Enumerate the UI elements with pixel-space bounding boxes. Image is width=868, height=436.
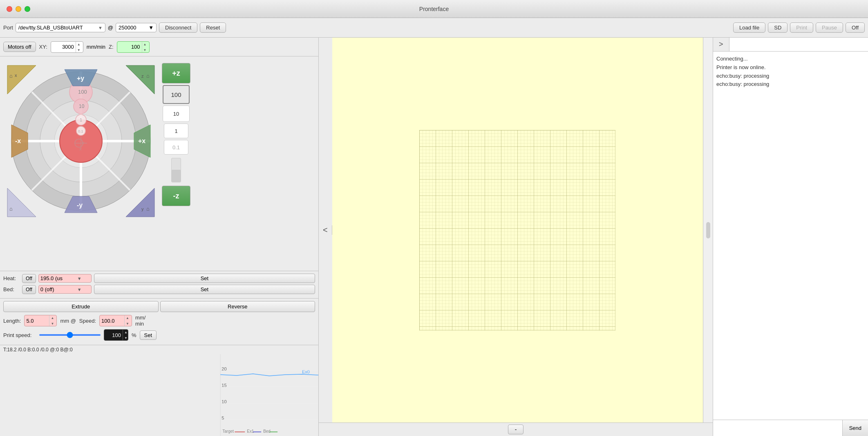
heat-set-button[interactable]: Set <box>94 274 315 283</box>
svg-text:Target: Target <box>222 429 234 434</box>
maximize-button[interactable] <box>25 6 30 12</box>
z-down-arrow[interactable]: ▼ <box>142 47 148 53</box>
svg-text:+y: +y <box>77 75 84 82</box>
heat-input[interactable] <box>40 275 77 281</box>
speed-input-container[interactable]: ▲ ▼ <box>99 315 132 326</box>
right-panel: > Connecting... Printer is now online. e… <box>713 38 868 436</box>
extrude-button[interactable]: Extrude <box>3 301 159 312</box>
viz-and-nav: < <box>319 38 713 423</box>
z-step-100[interactable]: 100 <box>163 85 190 104</box>
svg-text:Ex1: Ex1 <box>247 429 254 434</box>
length-input[interactable] <box>25 317 49 325</box>
viz-left-arrow[interactable]: < <box>319 225 332 235</box>
heat-off-button[interactable]: Off <box>22 274 36 283</box>
bed-input-container[interactable]: ▼ <box>38 285 92 294</box>
baud-select[interactable]: 250000 ▼ <box>116 23 157 32</box>
xy-up-arrow[interactable]: ▲ <box>76 42 82 47</box>
minimize-button[interactable] <box>16 6 21 12</box>
length-up-arrow[interactable]: ▲ <box>49 315 55 321</box>
temp-chart: 20 15 10 5 Ex0 Target Ex1 Bed <box>0 354 318 436</box>
viz-minus-button[interactable]: - <box>508 425 524 434</box>
print-speed-label: Print speed: <box>3 332 36 338</box>
svg-text:100: 100 <box>78 89 87 95</box>
z-slider[interactable] <box>171 158 181 182</box>
print-speed-arrows[interactable]: ▲ ▼ <box>123 330 129 340</box>
svg-marker-33 <box>126 65 154 94</box>
console-send-button[interactable]: Send <box>842 420 868 436</box>
bed-input[interactable] <box>40 286 77 292</box>
reverse-button[interactable]: Reverse <box>160 301 315 312</box>
xy-arrows[interactable]: ▲ ▼ <box>76 42 82 52</box>
z-minus-button[interactable]: -z <box>162 186 190 206</box>
speed-arrows[interactable]: ▲ ▼ <box>124 315 130 326</box>
print-speed-slider[interactable] <box>39 334 101 336</box>
z-step-01[interactable]: 0.1 <box>164 140 188 155</box>
load-file-button[interactable]: Load file <box>733 22 765 33</box>
z-label: Z: <box>109 44 114 50</box>
print-speed-set-button[interactable]: Set <box>140 330 157 340</box>
bed-dropdown-arrow[interactable]: ▼ <box>77 287 82 292</box>
viz-bottom-bar: - <box>319 423 713 436</box>
baud-value: 250000 <box>119 25 136 31</box>
length-down-arrow[interactable]: ▼ <box>49 321 55 327</box>
off-button[interactable]: Off <box>846 22 865 33</box>
viz-scroll-thumb[interactable] <box>706 222 710 238</box>
xy-spinbox[interactable]: 3000 ▲ ▼ <box>51 41 83 53</box>
print-button[interactable]: Print <box>790 22 813 33</box>
speed-input[interactable] <box>100 317 124 325</box>
z-step-1[interactable]: 1 <box>164 124 188 138</box>
svg-text:z: z <box>141 74 144 79</box>
viz-scrollbar[interactable] <box>703 38 713 423</box>
console-message-3: echo:busy: processing <box>716 73 769 79</box>
heat-dropdown-arrow[interactable]: ▼ <box>77 276 82 281</box>
status-bar: T:18.2 /0.0 B:0.0 /0.0 @:0 B@:0 <box>0 345 318 354</box>
extrude-section: Extrude Reverse Length: ▲ ▼ mm @ Speed: <box>0 298 318 345</box>
svg-text:-x: -x <box>15 137 21 144</box>
print-speed-row: Print speed: ▲ ▼ % Set <box>3 329 315 341</box>
sd-button[interactable]: SD <box>768 22 787 33</box>
toolbar: Port /dev/tty.SLAB_USBtoUART ▼ @ 250000 … <box>0 18 868 38</box>
length-input-container[interactable]: ▲ ▼ <box>24 315 57 326</box>
speed-down-arrow[interactable]: ▼ <box>125 321 130 327</box>
pause-button[interactable]: Pause <box>816 22 843 33</box>
console-input[interactable] <box>713 420 842 436</box>
print-speed-down-arrow[interactable]: ▼ <box>123 335 129 341</box>
port-select[interactable]: /dev/tty.SLAB_USBtoUART ▼ <box>16 23 105 32</box>
xy-unit: mm/min <box>87 44 105 50</box>
print-speed-input-container[interactable]: ▲ ▼ <box>104 329 128 341</box>
console-line-4: echo:busy: processing <box>716 80 865 89</box>
xy-input[interactable]: 3000 <box>51 43 76 51</box>
window-controls[interactable] <box>7 6 30 12</box>
console-expand-button[interactable]: > <box>713 38 729 51</box>
print-speed-unit: % <box>132 332 136 338</box>
main-container: Port /dev/tty.SLAB_USBtoUART ▼ @ 250000 … <box>0 18 868 436</box>
heat-bed-section: Heat: Off ▼ Set Bed: Off ▼ Set <box>0 271 318 298</box>
svg-text:⌂: ⌂ <box>9 73 13 79</box>
print-speed-input[interactable] <box>104 331 123 339</box>
extrude-buttons: Extrude Reverse <box>3 301 315 312</box>
z-input[interactable]: 100 <box>117 43 142 51</box>
status-text: T:18.2 /0.0 B:0.0 /0.0 @:0 B@:0 <box>3 347 73 353</box>
speed-up-arrow[interactable]: ▲ <box>125 315 130 321</box>
xy-down-arrow[interactable]: ▼ <box>76 47 82 53</box>
close-button[interactable] <box>7 6 12 12</box>
disconnect-button[interactable]: Disconnect <box>159 22 197 33</box>
z-up-arrow[interactable]: ▲ <box>142 42 148 47</box>
z-plus-button[interactable]: +z <box>162 63 190 83</box>
z-arrows[interactable]: ▲ ▼ <box>142 42 148 52</box>
svg-text:1: 1 <box>80 117 82 122</box>
console-line-3: echo:busy: processing <box>716 72 865 81</box>
length-arrows[interactable]: ▲ ▼ <box>49 315 55 326</box>
svg-text:x: x <box>79 146 82 151</box>
reset-button[interactable]: Reset <box>200 22 226 33</box>
motors-off-button[interactable]: Motors off <box>3 42 36 52</box>
z-step-10[interactable]: 10 <box>163 106 190 122</box>
heat-input-container[interactable]: ▼ <box>38 274 92 283</box>
bed-set-button[interactable]: Set <box>94 285 315 294</box>
print-speed-up-arrow[interactable]: ▲ <box>123 330 129 335</box>
length-unit: mm @ <box>60 318 76 324</box>
bed-off-button[interactable]: Off <box>22 285 36 294</box>
z-controls: +z 100 10 1 0.1 -z <box>162 63 190 267</box>
z-spinbox[interactable]: 100 ▲ ▼ <box>117 41 150 53</box>
jog-area: y x 100 10 1 0.1 +y <box>0 56 318 271</box>
